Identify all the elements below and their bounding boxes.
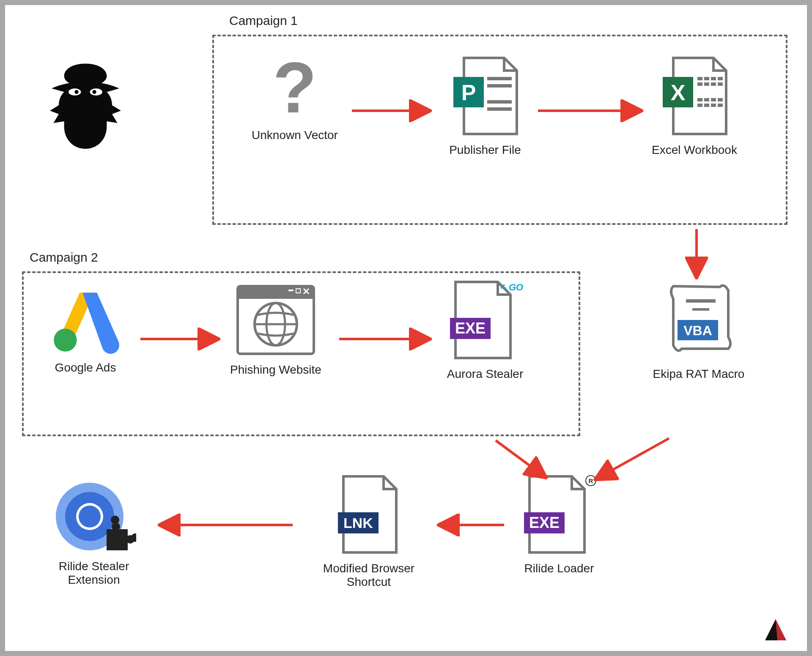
svg-line-65 bbox=[496, 440, 544, 476]
arrow-overlay bbox=[5, 5, 812, 656]
diagram-canvas: Campaign 1 Campaign 2 ? Unknown Vector P bbox=[0, 0, 812, 656]
svg-line-66 bbox=[597, 438, 669, 478]
vendor-watermark-icon bbox=[763, 617, 788, 642]
